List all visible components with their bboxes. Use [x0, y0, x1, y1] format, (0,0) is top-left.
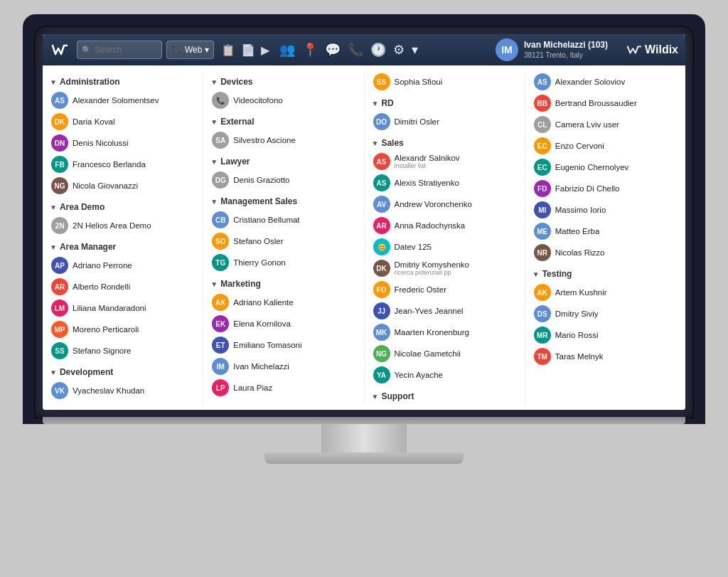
group-header[interactable]: ▼Area Manager: [50, 242, 196, 252]
list-item[interactable]: NRNicolas Rizzo: [532, 242, 678, 263]
location-icon[interactable]: 📍: [302, 42, 318, 58]
avatar: DN: [51, 134, 68, 152]
list-item[interactable]: SSStefano Signore: [50, 340, 196, 361]
contact-name-label: Adriano Kaliente: [233, 298, 293, 307]
settings-icon[interactable]: ⚙: [393, 42, 405, 58]
list-item[interactable]: SOStefano Osler: [210, 231, 356, 252]
group-arrow-icon: ▼: [210, 118, 218, 126]
contact-name-label: Emiliano Tomasoni: [233, 341, 301, 349]
avatar: NR: [534, 244, 551, 261]
list-item[interactable]: DSDmitry Siviy: [532, 303, 678, 324]
avatar: DK: [51, 113, 68, 130]
list-item[interactable]: DNDenis Nicolussi: [50, 132, 196, 154]
forward-icon[interactable]: ▶: [261, 43, 269, 57]
list-item[interactable]: 2N2N Helios Area Demo: [50, 215, 196, 236]
list-item[interactable]: ASAlexandr Salnikovinstaller list: [372, 151, 518, 172]
list-item[interactable]: APAdriano Perrone: [50, 255, 196, 276]
search-box[interactable]: 🔍: [77, 41, 162, 59]
contacts-icon[interactable]: 📋: [221, 43, 235, 57]
list-item[interactable]: DKDaria Koval: [50, 111, 196, 132]
history-icon[interactable]: 🕐: [370, 42, 386, 58]
list-item[interactable]: CLCamera Lviv user: [532, 114, 678, 135]
group-header[interactable]: ▼Development: [50, 367, 196, 377]
list-item[interactable]: NGNicola Giovanazzi: [50, 175, 196, 196]
avatar: ME: [534, 223, 551, 240]
list-item[interactable]: ARAnna Radochynska: [372, 215, 518, 236]
user-info-area[interactable]: IM Ivan Michelazzi (103) 38121 Trento, I…: [496, 38, 608, 61]
contact-name-label: Datev 125: [395, 243, 432, 251]
list-item[interactable]: FDFabrizio Di Chello: [532, 178, 678, 199]
group-header[interactable]: ▼External: [210, 117, 356, 127]
avatar: EC: [534, 159, 551, 176]
list-item[interactable]: SSSophia Sfioui: [372, 71, 518, 92]
list-item[interactable]: MPMoreno Perticaroli: [50, 319, 196, 340]
list-item[interactable]: DODimitri Osler: [372, 111, 518, 132]
monitor-bezel: 🔍 📞 Web ▾ 📋 📄 ▶: [36, 27, 692, 417]
list-item[interactable]: MIMassimo Iorio: [532, 199, 678, 221]
contact-name-label: 2N Helios Area Demo: [73, 221, 151, 230]
list-item[interactable]: VKVyacheslav Khudan: [50, 380, 196, 401]
list-item[interactable]: ASAlexander Solomentsev: [50, 90, 196, 111]
avatar: AS: [373, 153, 390, 170]
list-item[interactable]: YAYecin Ayache: [372, 364, 518, 386]
group-header[interactable]: ▼Management Sales: [210, 196, 356, 206]
group-header[interactable]: ▼Lawyer: [210, 157, 356, 166]
list-item[interactable]: 📞Videocitofono: [210, 90, 356, 111]
list-item[interactable]: MEMatteo Erba: [532, 221, 678, 242]
copy-icon[interactable]: 📄: [241, 43, 255, 57]
avatar: TG: [212, 254, 229, 271]
group-header[interactable]: ▼Area Demo: [50, 202, 196, 212]
group-header[interactable]: ▼Support: [372, 391, 518, 401]
contact-name-label: Nicola Giovanazzi: [73, 181, 138, 190]
group-header[interactable]: ▼RD: [372, 98, 518, 108]
list-item[interactable]: DGDenis Graziotto: [210, 169, 356, 191]
list-item[interactable]: AVAndrew Voronchenko: [372, 194, 518, 215]
search-input[interactable]: [95, 45, 151, 55]
list-item[interactable]: FBFrancesco Berlanda: [50, 154, 196, 175]
list-item[interactable]: IMIvan Michelazzi: [210, 356, 356, 377]
contact-name-label: Liliana Mandaradoni: [73, 304, 146, 312]
group-header[interactable]: ▼Administration: [50, 77, 196, 87]
list-item[interactable]: ARAlberto Rondelli: [50, 276, 196, 297]
list-item[interactable]: JJJean-Yves Jeannel: [372, 300, 518, 322]
screen: 🔍 📞 Web ▾ 📋 📄 ▶: [43, 34, 685, 410]
phone-history-icon[interactable]: 📞: [348, 42, 363, 58]
list-item[interactable]: MRMario Rossi: [532, 324, 678, 346]
list-item[interactable]: ECEnzo Cervoni: [532, 135, 678, 157]
list-item[interactable]: CBCristiano Bellumat: [210, 209, 356, 231]
list-item[interactable]: AKArtem Kushnir: [532, 282, 678, 303]
toolbar: 🔍 📞 Web ▾ 📋 📄 ▶: [43, 34, 685, 65]
avatar: SS: [373, 73, 390, 90]
monitor-wrapper: 🔍 📞 Web ▾ 📋 📄 ▶: [23, 14, 705, 464]
list-item[interactable]: ASAlexis Stratiyenko: [372, 172, 518, 194]
list-item[interactable]: NGNicolae Gametchii: [372, 343, 518, 364]
list-item[interactable]: ECEugenio Chernolyev: [532, 157, 678, 178]
list-item[interactable]: ASAlexander Soloviov: [532, 71, 678, 92]
list-item[interactable]: 😊Datev 125: [372, 236, 518, 258]
list-item[interactable]: SASilvestro Ascione: [210, 129, 356, 151]
list-item[interactable]: EKElena Kornilova: [210, 313, 356, 334]
list-item[interactable]: LMLiliana Mandaradoni: [50, 297, 196, 319]
people-icon[interactable]: 👥: [279, 42, 295, 58]
list-item[interactable]: BBBertrand Broussaudier: [532, 92, 678, 114]
wildix-text: Wildix: [645, 43, 678, 56]
group-header[interactable]: ▼Testing: [532, 269, 678, 279]
group-header[interactable]: ▼Sales: [372, 138, 518, 148]
dropdown-nav-icon[interactable]: ▾: [412, 42, 418, 58]
group-header[interactable]: ▼Devices: [210, 77, 356, 87]
list-item[interactable]: FOFrederic Oster: [372, 279, 518, 300]
list-item[interactable]: ETEmiliano Tomasoni: [210, 334, 356, 356]
avatar: MP: [51, 321, 68, 338]
web-dropdown[interactable]: 📞 Web ▾: [166, 41, 214, 59]
list-item[interactable]: MKMaarten Kronenburg: [372, 322, 518, 343]
list-item[interactable]: AKAdriano Kaliente: [210, 292, 356, 313]
group-name-label: Management Sales: [220, 196, 297, 206]
chat-icon[interactable]: 💬: [325, 42, 341, 58]
group-header[interactable]: ▼Marketing: [210, 279, 356, 289]
list-item[interactable]: TMTaras Melnyk: [532, 346, 678, 367]
list-item[interactable]: LPLaura Piaz: [210, 377, 356, 398]
contact-name-label: Cristiano Bellumat: [233, 216, 299, 224]
list-item[interactable]: DKDmitriy Komyshenkoricerca potenziali p…: [372, 258, 518, 279]
list-item[interactable]: TGThierry Gonon: [210, 252, 356, 273]
contact-name-label: Nicolas Rizzo: [555, 248, 605, 257]
